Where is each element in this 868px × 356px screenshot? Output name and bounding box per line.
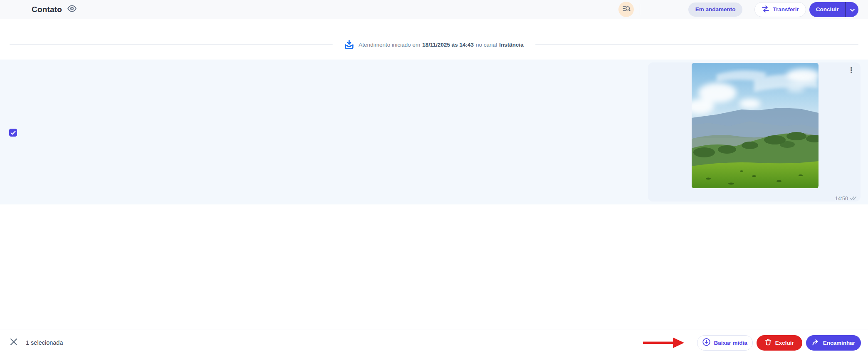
forward-button[interactable]: Encaminhar	[806, 335, 861, 351]
close-icon	[10, 338, 17, 347]
conclude-split-button: Concluir	[809, 2, 858, 17]
message-image-photo	[692, 63, 819, 188]
clear-selection-button[interactable]	[10, 338, 17, 347]
checkmark-icon	[10, 129, 16, 137]
trash-icon	[765, 339, 772, 347]
page-title: Contato	[32, 5, 62, 14]
kebab-icon: ⋮	[848, 66, 856, 74]
chevron-down-icon	[850, 6, 855, 13]
selection-actions: Baixar mídia Excluir	[643, 335, 861, 351]
eye-icon	[67, 5, 77, 14]
download-media-label: Baixar mídia	[714, 340, 747, 346]
banner-line-right	[535, 44, 858, 45]
transfer-arrows-icon	[762, 5, 769, 14]
download-media-button[interactable]: Baixar mídia	[697, 335, 752, 351]
delete-button-label: Excluir	[775, 340, 794, 346]
message-options-button[interactable]: ⋮	[847, 65, 856, 75]
status-badge-label: Em andamento	[695, 6, 736, 12]
selection-count-label: 1 selecionada	[26, 339, 63, 346]
inbox-download-icon	[344, 40, 354, 50]
chat-window: Contato	[0, 0, 868, 356]
banner-text-prefix: Atendimento iniciado em	[359, 42, 420, 48]
message-image[interactable]	[692, 63, 819, 188]
header-actions: Em andamento Transferir Concluir	[640, 2, 858, 17]
selection-action-bar: 1 selecionada Baixar mídia	[0, 329, 868, 356]
session-start-banner: Atendimento iniciado em 18/11/2025 às 14…	[10, 40, 858, 50]
transfer-button-label: Transferir	[773, 6, 799, 12]
banner-text-middle: no canal	[476, 42, 497, 48]
conclude-button[interactable]: Concluir	[809, 2, 846, 17]
download-circle-icon	[702, 338, 710, 347]
search-messages-button[interactable]	[618, 2, 634, 17]
conversation-header: Contato	[0, 0, 868, 19]
transfer-button[interactable]: Transferir	[754, 2, 806, 17]
header-left: Contato	[32, 2, 634, 17]
selected-message-row: ⋮	[0, 60, 868, 204]
banner-channel: Instância	[499, 42, 524, 48]
delete-button[interactable]: Excluir	[757, 335, 802, 351]
banner-line-left	[10, 44, 333, 45]
view-contact-button[interactable]	[67, 5, 77, 14]
message-timestamp: 14:50	[835, 196, 848, 202]
message-checkbox[interactable]	[9, 129, 17, 137]
list-search-icon	[622, 5, 631, 15]
conclude-button-label: Concluir	[816, 6, 839, 12]
status-badge: Em andamento	[688, 2, 743, 17]
banner-content: Atendimento iniciado em 18/11/2025 às 14…	[344, 40, 523, 50]
conclude-menu-button[interactable]	[846, 2, 858, 17]
banner-datetime: 18/11/2025 às 14:43	[422, 42, 474, 48]
forward-button-label: Encaminhar	[823, 340, 855, 346]
red-arrow-annotation	[643, 336, 685, 349]
message-meta: 14:50	[835, 195, 858, 202]
double-check-icon	[850, 195, 858, 202]
forward-arrow-icon	[812, 339, 819, 347]
